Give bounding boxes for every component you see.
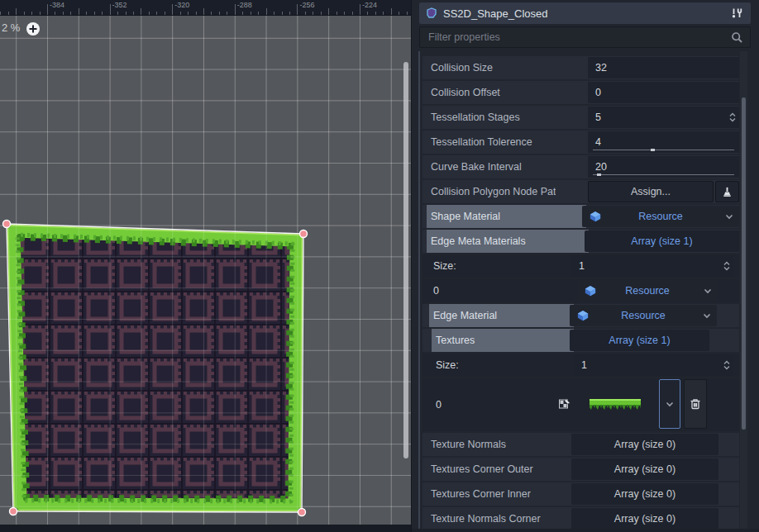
filter-properties-input[interactable]: Filter properties — [419, 26, 751, 48]
viewport-vertical-scrollbar[interactable] — [403, 62, 408, 458]
viewport-canvas[interactable]: 2 % — [0, 15, 411, 525]
array-button[interactable]: Array (size 0) — [571, 458, 718, 480]
ruler-tick — [242, 12, 243, 15]
value-field[interactable]: 4 — [588, 131, 739, 153]
inspector-header: SS2D_Shape_Closed — [419, 2, 751, 24]
texture-edit-icon[interactable] — [558, 397, 571, 411]
inspector-bottom-edge — [412, 529, 759, 532]
value-field[interactable]: 5 — [588, 107, 739, 128]
property-label[interactable]: Textures — [432, 329, 574, 352]
array-label: Array (size 0) — [614, 513, 675, 525]
property-row-textures: Textures Array (size 1) — [422, 329, 739, 352]
control-point-handle[interactable] — [3, 221, 11, 228]
inspector-scrollbar[interactable] — [740, 51, 747, 532]
resource-dropdown[interactable]: Resource — [577, 280, 718, 302]
array-button[interactable]: Array (size 1) — [570, 330, 709, 351]
ruler-label: -288 — [237, 1, 252, 9]
texture-dropdown-button[interactable] — [659, 379, 680, 429]
assign-label: Assign... — [631, 186, 671, 197]
array-label: Array (size 0) — [614, 463, 675, 475]
ruler-tick — [399, 12, 399, 15]
assign-button[interactable]: Assign... — [588, 181, 714, 202]
property-row-tessellation-stages: Tessellation Stages 5 — [422, 106, 739, 129]
ruler-label: -384 — [50, 1, 64, 9]
property-label[interactable]: Edge Meta Materials — [427, 230, 589, 253]
resource-label: Resource — [577, 280, 718, 302]
ruler-tick — [86, 12, 87, 15]
value-field[interactable]: 20 — [588, 156, 739, 178]
resource-dropdown[interactable]: Resource — [582, 206, 739, 227]
shape-path-outline — [7, 224, 303, 512]
inspector-scrollbar-thumb[interactable] — [742, 97, 746, 430]
plus-circle-icon[interactable] — [26, 21, 41, 36]
inspector-properties: Collision Size 32Collision Offset 0Tesse… — [422, 51, 739, 532]
ruler-tick — [383, 12, 384, 15]
ruler-tick — [165, 12, 165, 15]
ruler-tick — [79, 8, 79, 15]
property-label[interactable]: Shape Material — [427, 205, 586, 228]
array-button[interactable]: Array (size 0) — [571, 508, 718, 530]
ruler-tick — [282, 12, 283, 15]
ruler-tick — [172, 4, 173, 15]
field-value: 1 — [581, 359, 587, 371]
chevron-down-icon — [702, 311, 712, 321]
property-row-tessellation-tolerence: Tessellation Tolerence 4 — [422, 131, 739, 154]
control-point-handle[interactable] — [298, 509, 306, 516]
resource-label: Resource — [570, 305, 717, 326]
delete-texture-button[interactable] — [684, 379, 707, 429]
texture-thumbnail[interactable] — [590, 396, 641, 414]
chevron-down-icon — [665, 399, 675, 409]
ruler-tick — [289, 12, 290, 15]
spinner-updown-icon[interactable] — [723, 359, 731, 371]
array-button[interactable]: Array (size 0) — [571, 483, 718, 505]
property-row-collision-offset: Collision Offset 0 — [422, 81, 739, 104]
ruler-tick — [305, 12, 306, 15]
chevron-down-icon — [703, 286, 713, 296]
ruler-tick — [258, 12, 259, 15]
ruler-label: -224 — [362, 1, 377, 9]
horizontal-ruler: -384-352-320-288-256-224 — [0, 0, 411, 16]
resource-dropdown[interactable]: Resource — [570, 305, 717, 326]
property-row-0: 0 Resource — [422, 279, 739, 302]
property-row-collision-size: Collision Size 32 — [422, 56, 739, 79]
array-button[interactable]: Array (size 0) — [571, 434, 718, 455]
tools-icon[interactable] — [729, 7, 744, 20]
ruler-label: -352 — [112, 1, 127, 9]
property-row-texture-normals: Texture Normals Array (size 0) — [422, 433, 739, 456]
value-field[interactable]: 1 — [571, 255, 733, 277]
value-field[interactable]: 0 — [588, 82, 739, 103]
ruler-tick — [149, 12, 150, 15]
ruler-tick — [156, 12, 157, 15]
ruler-tick — [274, 12, 274, 15]
ruler-tick — [227, 12, 227, 15]
property-label[interactable]: Edge Material — [429, 304, 574, 327]
property-label: Tessellation Tolerence — [427, 131, 532, 154]
property-row-textures-corner-inner: Textures Corner Inner Array (size 0) — [422, 482, 739, 506]
brush-icon — [721, 185, 733, 198]
ruler-tick — [313, 12, 313, 15]
array-button[interactable]: Array (size 1) — [585, 230, 739, 252]
property-label: Textures Corner Inner — [427, 482, 531, 506]
value-field[interactable]: 32 — [588, 57, 739, 78]
control-point-handle[interactable] — [300, 230, 308, 238]
nodepath-copy-button[interactable] — [715, 181, 739, 202]
value-field[interactable]: 1 — [574, 354, 733, 376]
array-label: Array (size 0) — [614, 488, 675, 500]
array-label: Array (size 1) — [609, 335, 670, 346]
inspector-node-title: SS2D_Shape_Closed — [443, 7, 547, 20]
ruler-tick — [251, 12, 251, 15]
ruler-tick — [375, 12, 376, 15]
property-row-textures-corner-outer: Textures Corner Outer Array (size 0) — [422, 458, 739, 481]
ruler-tick — [360, 4, 360, 15]
spinner-updown-icon[interactable] — [723, 260, 731, 272]
ruler-tick — [391, 8, 392, 15]
spinner-updown-icon[interactable] — [728, 112, 737, 123]
property-row-size: Size: 1 — [422, 354, 739, 377]
slider-grabber[interactable] — [597, 173, 601, 176]
control-point-handle[interactable] — [10, 508, 17, 515]
slider-grabber[interactable] — [651, 149, 655, 151]
property-row-collision-polygon-node-pat: Collision Polygon Node Pat Assign... — [422, 180, 739, 203]
property-row-edge-material: Edge Material Resource — [422, 304, 739, 327]
slider-track[interactable] — [593, 174, 734, 175]
slider-track[interactable] — [593, 150, 734, 150]
